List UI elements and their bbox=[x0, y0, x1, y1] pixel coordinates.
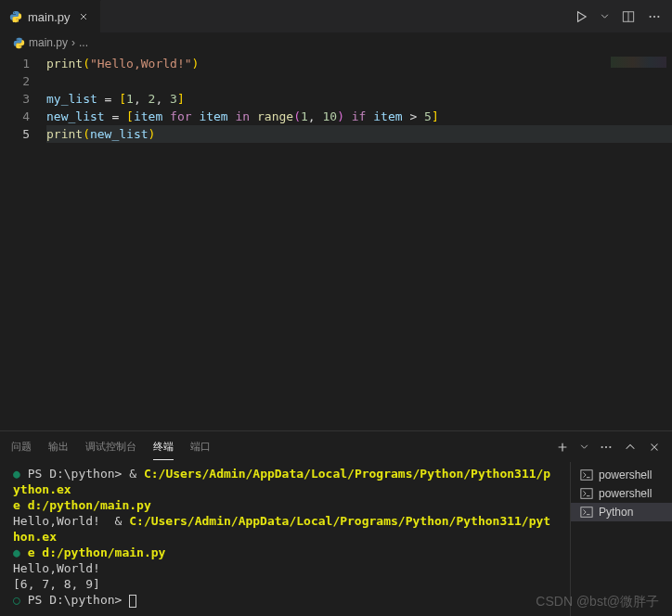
panel-body: ● PS D:\python> & C:/Users/Admin/AppData… bbox=[0, 462, 672, 616]
close-panel-icon[interactable] bbox=[648, 441, 661, 454]
terminal-prompt: ○ PS D:\python> bbox=[13, 592, 557, 608]
code-line: print(new_list) bbox=[46, 125, 672, 143]
python-file-icon bbox=[9, 10, 22, 23]
terminal-output: Hello,World! bbox=[13, 560, 557, 576]
panel: 问题 输出 调试控制台 终端 端口 ● PS D:\python> & C:/U… bbox=[0, 430, 672, 616]
tab-debug-console[interactable]: 调试控制台 bbox=[85, 434, 136, 460]
code-area[interactable]: print("Hello,World!") my_list = [1, 2, 3… bbox=[46, 53, 672, 430]
editor[interactable]: 1 2 3 4 5 print("Hello,World!") my_list … bbox=[0, 53, 672, 430]
panel-header: 问题 输出 调试控制台 终端 端口 bbox=[0, 431, 672, 462]
run-icon[interactable] bbox=[575, 10, 588, 23]
python-file-icon bbox=[13, 37, 25, 49]
code-line: new_list = [item for item in range(1, 10… bbox=[46, 108, 672, 125]
breadcrumb[interactable]: main.py › ... bbox=[0, 32, 672, 53]
more-icon[interactable] bbox=[648, 10, 661, 23]
terminal-line: e d:/python/main.py bbox=[13, 497, 557, 513]
svg-rect-10 bbox=[581, 507, 592, 518]
chevron-down-icon[interactable] bbox=[580, 443, 588, 451]
svg-rect-8 bbox=[581, 470, 592, 481]
svg-point-2 bbox=[650, 15, 652, 17]
terminal-line: Hello,World! & C:/Users/Admin/AppData/Lo… bbox=[13, 513, 557, 545]
line-number: 4 bbox=[0, 108, 30, 125]
svg-point-4 bbox=[657, 15, 659, 17]
panel-actions bbox=[556, 441, 661, 454]
terminal-item-powershell[interactable]: powershell bbox=[571, 484, 672, 503]
tabs-container: main.py bbox=[0, 0, 101, 32]
terminal-output: [6, 7, 8, 9] bbox=[13, 576, 557, 592]
tab-output[interactable]: 输出 bbox=[48, 434, 69, 460]
cursor bbox=[129, 595, 136, 608]
terminal-line: ● PS D:\python> & C:/Users/Admin/AppData… bbox=[13, 466, 557, 497]
more-icon[interactable] bbox=[600, 441, 613, 454]
breadcrumb-sep: › bbox=[71, 36, 75, 49]
tab-main-py[interactable]: main.py bbox=[0, 0, 101, 32]
close-icon[interactable] bbox=[76, 9, 91, 24]
terminal-line: ● e d:/python/main.py bbox=[13, 545, 557, 560]
editor-actions bbox=[575, 10, 672, 23]
code-line: my_list = [1, 2, 3] bbox=[46, 90, 672, 108]
line-gutter: 1 2 3 4 5 bbox=[0, 53, 46, 430]
code-line: print("Hello,World!") bbox=[46, 55, 672, 72]
split-editor-icon[interactable] bbox=[622, 10, 635, 23]
svg-point-6 bbox=[605, 445, 607, 447]
svg-rect-9 bbox=[581, 489, 592, 499]
tab-bar: main.py bbox=[0, 0, 672, 32]
terminal-list: powershell powershell Python bbox=[570, 462, 672, 616]
svg-point-7 bbox=[609, 445, 611, 447]
svg-point-3 bbox=[653, 15, 655, 17]
line-number: 2 bbox=[0, 72, 30, 90]
terminal-item-python[interactable]: Python bbox=[571, 503, 672, 521]
line-number: 1 bbox=[0, 55, 30, 72]
terminal-item-powershell[interactable]: powershell bbox=[571, 466, 672, 484]
line-number: 3 bbox=[0, 90, 30, 108]
panel-tabs: 问题 输出 调试控制台 终端 端口 bbox=[11, 434, 211, 460]
minimap[interactable] bbox=[611, 57, 666, 68]
chevron-down-icon[interactable] bbox=[601, 12, 609, 20]
tab-problems[interactable]: 问题 bbox=[11, 434, 32, 460]
maximize-panel-icon[interactable] bbox=[624, 441, 637, 454]
code-line bbox=[46, 72, 672, 90]
svg-point-5 bbox=[601, 445, 603, 447]
new-terminal-icon[interactable] bbox=[556, 441, 569, 454]
tab-ports[interactable]: 端口 bbox=[190, 434, 211, 460]
breadcrumb-file: main.py bbox=[29, 36, 68, 49]
tab-terminal[interactable]: 终端 bbox=[153, 434, 174, 460]
line-number: 5 bbox=[0, 125, 30, 143]
breadcrumb-rest: ... bbox=[79, 36, 88, 49]
tab-filename: main.py bbox=[28, 10, 71, 24]
terminal[interactable]: ● PS D:\python> & C:/Users/Admin/AppData… bbox=[0, 462, 570, 616]
